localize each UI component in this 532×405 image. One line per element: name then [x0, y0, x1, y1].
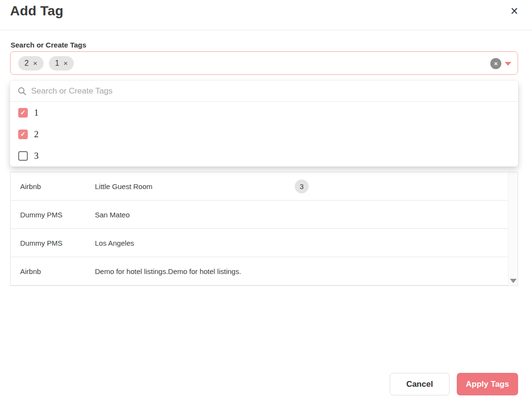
- channel-cell: Dummy PMS: [11, 239, 95, 247]
- apply-tags-button[interactable]: Apply Tags: [457, 373, 518, 395]
- page-title: Add Tag: [10, 3, 63, 19]
- channel-cell: Airbnb: [11, 182, 95, 191]
- channel-cell: Airbnb: [11, 267, 95, 275]
- checkbox-icon[interactable]: ✓: [18, 108, 28, 118]
- remove-tag-icon[interactable]: ×: [33, 60, 37, 67]
- tag-dropdown-panel: ✓ 1 ✓ 2 ✓ 3: [10, 81, 518, 167]
- scroll-down-icon[interactable]: [510, 279, 517, 283]
- header-divider: [0, 30, 532, 30]
- tag-chip: 2 ×: [18, 56, 44, 71]
- table-row: Dummy PMS Los Angeles: [11, 229, 518, 257]
- table-scrollbar[interactable]: [508, 172, 518, 286]
- tag-chip-label: 2: [24, 59, 29, 68]
- table-row: Dummy PMS San Mateo: [11, 201, 518, 229]
- clear-all-tags-icon[interactable]: ×: [490, 58, 501, 69]
- tag-chip-label: 1: [55, 59, 59, 68]
- close-icon[interactable]: ×: [510, 5, 518, 18]
- remove-tag-icon[interactable]: ×: [64, 60, 68, 67]
- tag-option-3[interactable]: ✓ 3: [10, 145, 518, 167]
- table-row: Airbnb Little Guest Room 3: [11, 172, 518, 201]
- listings-table: Airbnb Little Guest Room 3 Dummy PMS San…: [10, 172, 518, 286]
- add-tag-modal: Add Tag × Search or Create Tags 2 × 1 × …: [0, 0, 532, 405]
- listing-name-cell: San Mateo: [95, 211, 295, 219]
- tag-option-2[interactable]: ✓ 2: [10, 123, 518, 145]
- tag-option-label: 2: [34, 129, 39, 140]
- cancel-button[interactable]: Cancel: [390, 373, 450, 395]
- listing-name-cell: Little Guest Room: [95, 182, 295, 191]
- tag-multiselect-input[interactable]: 2 × 1 × ×: [10, 51, 518, 75]
- tag-chip: 1 ×: [49, 56, 74, 71]
- dropdown-search-row: [10, 81, 518, 102]
- table-row: Airbnb Demo for hotel listings.Demo for …: [11, 257, 518, 286]
- search-icon: [18, 87, 26, 95]
- tag-option-1[interactable]: ✓ 1: [10, 102, 518, 123]
- tag-field-label: Search or Create Tags: [11, 41, 86, 49]
- tag-option-label: 1: [34, 107, 39, 118]
- channel-cell: Dummy PMS: [11, 211, 95, 219]
- chevron-down-icon[interactable]: [505, 62, 511, 66]
- listing-name-cell: Demo for hotel listings.Demo for hotel l…: [95, 267, 295, 275]
- search-input[interactable]: [31, 86, 510, 96]
- tag-count-badge: 3: [295, 179, 309, 193]
- tag-option-label: 3: [34, 151, 39, 161]
- listing-name-cell: Los Angeles: [95, 239, 295, 247]
- checkbox-icon[interactable]: ✓: [18, 130, 28, 139]
- checkbox-icon[interactable]: ✓: [18, 151, 28, 161]
